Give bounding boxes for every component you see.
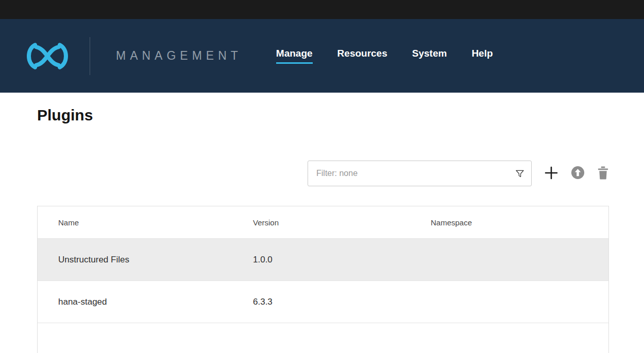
table-row[interactable]: hana-staged 6.3.3: [38, 280, 608, 323]
window-top-strip: [0, 0, 644, 19]
delete-plugin-button[interactable]: [597, 166, 609, 181]
add-plugin-button[interactable]: [544, 166, 558, 182]
table-header-row: Name Version Namespace: [38, 206, 608, 238]
page-title: Plugins: [37, 106, 609, 125]
plus-icon: [544, 166, 558, 182]
column-header-version: Version: [253, 218, 431, 227]
table-row[interactable]: Unstructured Files 1.0.0: [38, 238, 608, 280]
filter-input[interactable]: [315, 168, 512, 179]
trash-icon: [597, 166, 609, 181]
app-header: MANAGEMENT Manage Resources System Help: [0, 19, 644, 93]
main-content: Plugins: [0, 106, 644, 353]
toolbar: [37, 161, 609, 186]
cell-name: Unstructured Files: [58, 255, 253, 265]
plugins-table: Name Version Namespace Unstructured File…: [37, 206, 609, 353]
nav-manage[interactable]: Manage: [276, 48, 313, 64]
nav-resources[interactable]: Resources: [337, 48, 387, 64]
column-header-name: Name: [58, 218, 253, 227]
brand-title: MANAGEMENT: [116, 49, 242, 63]
nav-system[interactable]: System: [412, 48, 447, 64]
column-header-namespace: Namespace: [431, 218, 608, 227]
table-row-partial: [38, 323, 608, 353]
cell-version: 6.3.3: [253, 297, 431, 307]
filter-input-wrapper: [308, 161, 532, 186]
upload-circle-icon: [571, 166, 585, 181]
cell-version: 1.0.0: [253, 255, 431, 265]
delphix-logo-icon[interactable]: [23, 41, 72, 71]
filter-funnel-icon[interactable]: [516, 170, 524, 178]
cell-name: hana-staged: [58, 297, 253, 307]
nav-help[interactable]: Help: [471, 48, 493, 64]
upload-plugin-button[interactable]: [571, 166, 585, 181]
main-nav: Manage Resources System Help: [276, 48, 493, 64]
header-divider: [90, 37, 90, 75]
